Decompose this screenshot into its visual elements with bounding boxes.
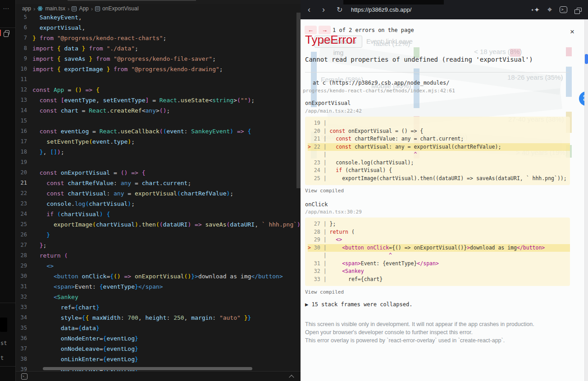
footer-line: This screen is visible only in developme… (305, 320, 534, 328)
code-line: 32 <Sankey (16, 292, 301, 302)
code-line: 29 <> (16, 261, 301, 271)
view-compiled-link[interactable]: View compiled (305, 289, 344, 295)
clipped-label: t (0, 355, 4, 361)
vertical-scrollbar[interactable] (296, 13, 301, 188)
divider (0, 366, 16, 367)
back-icon[interactable]: ‹ (308, 0, 310, 19)
code-line: 21 const chartRefValue: any = chart.curr… (16, 178, 301, 188)
error-count-text: 1 of 2 errors on the page (333, 27, 414, 33)
chevron-right-icon: › (33, 5, 35, 12)
code-line: 26 } (16, 230, 301, 240)
code-line: 25 exportImage(chartVisual).then((dataUR… (16, 219, 301, 230)
stack-frame-title: onClick (305, 201, 328, 208)
code-line: 31 <span>Event: {eventType}</span> (16, 281, 301, 292)
code-line: 8import { data } from "./data"; (16, 43, 301, 54)
error-message: Cannot read properties of undefined (rea… (305, 56, 533, 63)
ghost-chart-node (566, 67, 572, 97)
frame-code-line: > 22 | const chartVisual: any = exportVi… (308, 143, 570, 151)
inspect-target-icon[interactable]: ⌖ (547, 5, 552, 14)
frame-code-line: > 30 | <button onClick={() => onExportVi… (308, 244, 570, 252)
divider (0, 27, 16, 28)
code-line: 5 SankeyEvent, (16, 12, 301, 23)
browser-preview-pane: ‹ › ↻ https://p386z9.csb.app/ ✦ ⌖ >_ dow… (301, 0, 588, 381)
code-line: 12const App = () => { (16, 85, 301, 95)
devtools-terminal-icon[interactable]: >_ (560, 6, 567, 13)
horizontal-scrollbar[interactable] (43, 367, 252, 370)
stack-frame-source: progress/kendo-react-charts/methods/inde… (303, 88, 455, 94)
code-line: 38 onLinkEnter={eventLog} (16, 354, 301, 364)
code-frame: 27 | }; 28 | return ( 29 | <>> 30 | <but… (305, 218, 570, 286)
code-line: 6 exportVisual, (16, 23, 301, 33)
code-line: 14 const chart = React.createRef<any>(); (16, 105, 301, 116)
error-overlay: download as img Event: linkLeave Female … (301, 19, 588, 381)
frame-code-line: 25 | exportImage(chartVisual).then((data… (308, 175, 570, 183)
url-field[interactable]: https://p386z9.csb.app/ (351, 0, 411, 19)
frame-code-line: 20 | const onExportVisual = () => { (308, 127, 570, 136)
code-line: 22 const chartVisual: any = exportVisual… (16, 188, 301, 199)
stack-frame-source[interactable]: /app/main.tsx:30:29 (305, 209, 362, 215)
split-editor-icon[interactable] (5, 30, 9, 35)
error-title: TypeError (305, 33, 356, 47)
code-line: 24 if (chartVisual) { (16, 209, 301, 219)
code-editor[interactable]: 5 SankeyEvent,6 exportVisual,7} from "@p… (16, 12, 301, 375)
breadcrumb-symbol-fn[interactable]: onExportVisual (102, 5, 139, 12)
code-frame: 19 | 20 | const onExportVisual = () => {… (305, 117, 570, 185)
code-line: 17 setEventType(event.type); (16, 136, 301, 147)
code-line: 15 (16, 116, 301, 126)
stack-frame-title[interactable]: at c (https://p386z9.csb.app/node_module… (313, 80, 449, 86)
frame-code-line: 24 | if (chartVisual) { (308, 167, 570, 175)
frame-code-line: 33 | ref={chart} (308, 276, 570, 284)
breadcrumb-symbol-app[interactable]: App (79, 5, 88, 12)
symbol-icon (72, 6, 77, 11)
terminal-panel-icon[interactable]: >_ (21, 373, 27, 380)
code-line: 13 const [eventType, setEventType] = Rea… (16, 95, 301, 105)
panel-highlight (0, 318, 7, 332)
frame-code-line: 27 | }; (308, 220, 570, 228)
preview-scrollbar-thumb[interactable] (585, 54, 588, 64)
stack-frame-source[interactable]: /app/main.tsx:22:42 (305, 108, 362, 114)
frame-code-line: | ^ (308, 151, 570, 159)
ghost-chart-label: 18-26 years (35%) (507, 73, 563, 81)
expand-panel-icon[interactable] (289, 375, 294, 380)
clipped-label: st (0, 340, 7, 346)
react-icon (37, 6, 43, 11)
sparkles-icon[interactable]: ✦ (534, 6, 540, 14)
breadcrumb-file[interactable]: main.tsx (45, 5, 65, 12)
more-actions-icon[interactable]: ... (3, 4, 9, 10)
code-line: 7} from "@progress/kendo-react-charts"; (16, 33, 301, 43)
code-line: 20 const onExportVisual = () => { (16, 168, 301, 178)
reload-icon[interactable]: ↻ (337, 0, 342, 19)
ghost-chart-node (566, 47, 572, 56)
code-line: 27 }; (16, 240, 301, 250)
frame-code-line: 21 | const chartRefValue: any = chart.cu… (308, 135, 570, 143)
browser-toolbar: ‹ › ↻ https://p386z9.csb.app/ ✦ ⌖ >_ (301, 0, 588, 19)
frame-code-line: 29 | <> (308, 236, 570, 244)
code-line: 33 ref={chart} (16, 302, 301, 313)
code-line: 18 }, []); (16, 147, 301, 157)
frame-code-line: 28 | return ( (308, 228, 570, 236)
code-line: 11 (16, 74, 301, 85)
ghost-chart-label: Tablet (12%) (372, 40, 410, 47)
activity-bar: ... st t (0, 0, 16, 381)
open-in-new-window-icon[interactable] (577, 8, 582, 12)
code-line: 19 (16, 157, 301, 168)
footer-line: This error overlay is powered by `react-… (305, 336, 534, 345)
frame-code-line: 32 | <Sankey (308, 268, 570, 276)
breadcrumb-root[interactable]: app (22, 5, 31, 12)
frame-code-line: 19 | (308, 119, 570, 127)
code-line: 16 const eventLog = React.useCallback((e… (16, 126, 301, 136)
collapsed-frames-toggle[interactable]: ▶ 15 stack frames were collapsed. (305, 301, 412, 308)
close-icon[interactable]: × (570, 27, 574, 36)
code-line: 35 data={data} (16, 323, 301, 333)
editor-bottom-bar: >_ (16, 371, 301, 381)
preview-scrollbar-track[interactable] (584, 19, 588, 381)
code-line: 9import { saveAs } from "@progress/kendo… (16, 54, 301, 64)
frame-code-line: 31 | <span>Event: {eventType}</span> (308, 260, 570, 268)
divider (0, 303, 16, 303)
view-compiled-link[interactable]: View compiled (305, 188, 344, 194)
forward-icon[interactable]: › (322, 0, 325, 19)
divider (305, 72, 569, 73)
code-line: 23 console.log(chartVisual); (16, 199, 301, 209)
chevron-right-icon: › (91, 5, 93, 12)
frame-code-line: 23 | console.log(chartVisual); (308, 159, 570, 167)
